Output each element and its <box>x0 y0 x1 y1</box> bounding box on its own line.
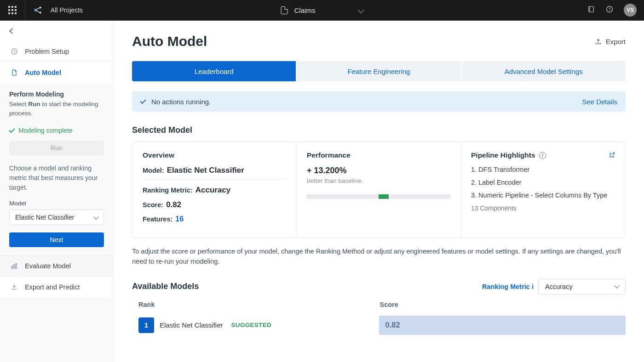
tab-leaderboard[interactable]: Leaderboard <box>132 61 297 81</box>
chevron-down-icon <box>614 283 619 288</box>
tab-advanced-settings[interactable]: Advanced Model Settings <box>462 61 626 81</box>
performance-heading: Performance <box>307 151 450 159</box>
model-label: Model <box>0 199 113 209</box>
overview-panel: Overview Model: Elastic Net Classifier R… <box>132 142 297 238</box>
overview-score-key: Score: <box>143 201 163 209</box>
column-rank: Rank <box>138 301 378 308</box>
pipeline-item: 3. Numeric Pipeline - Select Columns By … <box>471 192 615 199</box>
next-button[interactable]: Next <box>9 232 104 247</box>
ranking-metric-label: Ranking Metric i <box>482 283 534 290</box>
overview-rank-key: Ranking Metric: <box>143 187 193 194</box>
performance-panel: Performance + 13.200% better than baseli… <box>297 142 461 238</box>
perform-modeling-desc-a: Select <box>9 101 28 107</box>
pipeline-item: 2. Label Encoder <box>471 179 615 186</box>
overview-model-value: Elastic Net Classifier <box>167 166 244 175</box>
status-banner: No actions running. See Details <box>132 91 626 112</box>
perform-modeling-text: Perform Modeling Select Run to start the… <box>0 83 113 122</box>
chevron-left-icon <box>9 28 15 34</box>
apps-grid-button[interactable] <box>0 0 25 21</box>
ranking-metric-value: Accuracy <box>545 283 573 290</box>
export-button[interactable]: Export <box>594 38 626 45</box>
clock-icon <box>10 47 18 56</box>
tabs: Leaderboard Feature Engineering Advanced… <box>132 61 626 81</box>
sidebar-item-problem-setup[interactable]: Problem Setup <box>0 41 113 62</box>
overview-heading: Overview <box>143 151 286 159</box>
svg-point-0 <box>34 9 37 11</box>
file-icon <box>10 68 18 77</box>
chevron-down-icon <box>93 214 98 219</box>
pipeline-panel: Pipeline Highlights i 1. DFS Transformer… <box>461 142 625 238</box>
model-select-value: Elastic Net Classifier <box>15 214 74 221</box>
info-icon[interactable]: i <box>532 283 534 290</box>
model-name: Elastic Net Classifier <box>160 321 223 329</box>
apps-grid-icon <box>8 6 17 14</box>
overview-score-value: 0.82 <box>166 200 181 209</box>
adjust-hint: To adjust the score or performance of yo… <box>132 246 626 267</box>
performance-delta: + 13.200% <box>307 166 450 175</box>
sidebar-item-export-predict[interactable]: Export and Predict <box>0 277 113 298</box>
status-text: No actions running. <box>151 98 211 106</box>
models-table: Rank Score 1 Elastic Net Classifier SUGG… <box>132 301 626 338</box>
download-icon <box>10 283 18 291</box>
pipeline-item: 1. DFS Transformer <box>471 166 615 173</box>
ranking-metric-label-text: Ranking Metric <box>482 283 530 290</box>
modeling-complete-status: Modeling complete <box>0 122 113 137</box>
modeling-complete-label: Modeling complete <box>18 127 73 134</box>
available-models-heading: Available Models <box>132 282 199 291</box>
avatar[interactable]: VS <box>624 4 637 17</box>
sidebar-item-label: Auto Model <box>25 69 61 76</box>
svg-rect-9 <box>14 265 15 268</box>
suggested-badge: SUGGESTED <box>231 322 271 328</box>
performance-bar <box>307 194 450 199</box>
sidebar-collapse-button[interactable] <box>0 21 113 41</box>
check-icon <box>9 126 15 132</box>
performance-bar-segment <box>379 194 389 199</box>
sidebar-item-label: Evaluate Model <box>25 262 71 270</box>
sidebar-item-evaluate-model[interactable]: Evaluate Model <box>0 255 113 277</box>
rank-badge: 1 <box>138 317 154 333</box>
svg-point-2 <box>39 11 41 13</box>
run-button[interactable]: Run <box>9 141 104 155</box>
sidebar-item-label: Export and Predict <box>25 283 80 291</box>
pipeline-list: 1. DFS Transformer 2. Label Encoder 3. N… <box>471 166 615 199</box>
perform-modeling-desc-b: Run <box>28 101 40 107</box>
overview-features-key: Features: <box>143 215 172 223</box>
pipeline-components-count: 13 Components <box>471 204 615 212</box>
selected-model-panels: Overview Model: Elastic Net Classifier R… <box>132 141 626 238</box>
see-details-link[interactable]: See Details <box>582 98 617 106</box>
score-cell: 0.82 <box>379 316 626 335</box>
svg-point-1 <box>39 6 41 8</box>
pipeline-heading-text: Pipeline Highlights <box>471 151 535 159</box>
column-score: Score <box>378 301 620 308</box>
model-row[interactable]: 1 Elastic Net Classifier SUGGESTED 0.82 <box>132 313 626 338</box>
breadcrumb[interactable]: All Projects <box>51 6 83 14</box>
tab-feature-engineering[interactable]: Feature Engineering <box>297 61 461 81</box>
perform-modeling-desc: Select Run to start the modeling process… <box>9 100 104 118</box>
sidebar-item-label: Problem Setup <box>25 48 69 55</box>
file-icon <box>281 6 288 14</box>
sidebar-item-auto-model[interactable]: Auto Model <box>0 62 113 83</box>
svg-text:?: ? <box>609 7 611 11</box>
pipeline-heading: Pipeline Highlights i <box>471 151 615 159</box>
content-area: Auto Model Export Leaderboard Feature En… <box>114 21 644 362</box>
sidebar: Problem Setup Auto Model Perform Modelin… <box>0 21 114 362</box>
brand-icon <box>25 5 51 15</box>
overview-features-link[interactable]: 16 <box>175 215 184 223</box>
svg-rect-3 <box>589 6 594 12</box>
svg-rect-8 <box>12 266 12 268</box>
project-selector[interactable]: Claims <box>281 6 363 14</box>
help-icon[interactable]: ? <box>605 5 614 15</box>
svg-rect-10 <box>16 264 17 269</box>
docs-icon[interactable] <box>587 5 595 15</box>
page-title: Auto Model <box>132 34 207 49</box>
overview-model-key: Model: <box>143 167 164 174</box>
project-name: Claims <box>294 6 316 14</box>
ranking-metric-select[interactable]: Accuracy <box>538 279 626 294</box>
model-select[interactable]: Elastic Net Classifier <box>9 209 104 225</box>
check-icon <box>140 98 146 104</box>
open-external-icon[interactable] <box>609 151 616 158</box>
chevron-down-icon <box>357 7 364 13</box>
perform-modeling-heading: Perform Modeling <box>9 90 104 98</box>
info-icon[interactable]: i <box>539 152 546 159</box>
overview-rank-value: Accuracy <box>196 186 231 195</box>
